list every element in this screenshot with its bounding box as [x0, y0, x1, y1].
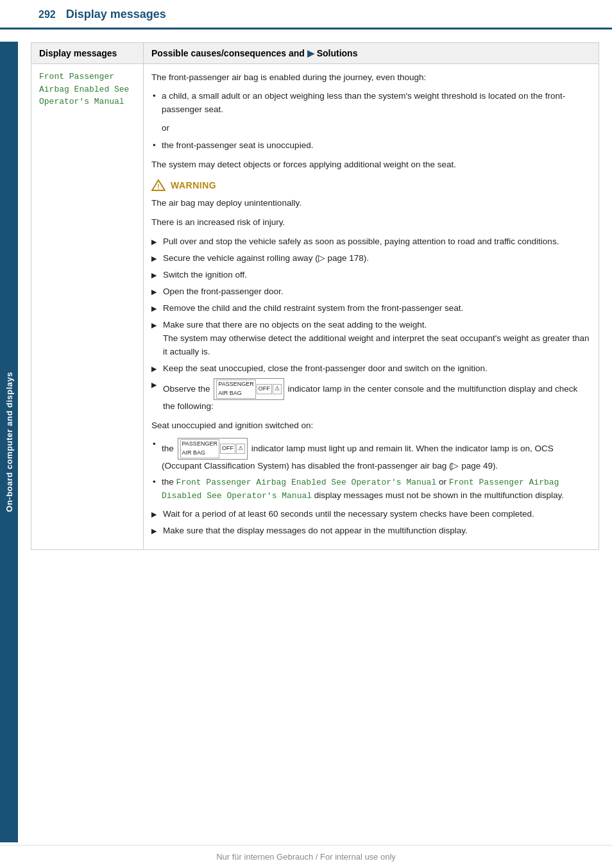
seat-bullet-2: the Front Passenger Airbag Enabled See O…	[151, 476, 591, 503]
indicator-badge-2: PASSENGERAIR BAG OFF ⚠	[178, 438, 248, 460]
warning-label: WARNING	[171, 178, 216, 192]
final-arrow-1: Wait for a period of at least 60 seconds…	[151, 508, 591, 521]
arrow-item-3: Switch the ignition off.	[151, 269, 591, 282]
main-content: Display messages Possible causes/consequ…	[18, 29, 612, 563]
intro-text: The front-passenger air bag is enabled d…	[151, 71, 591, 85]
col2-header: Possible causes/consequences and ▶ Solut…	[144, 43, 599, 64]
table-row: Front Passenger Airbag Enabled See Opera…	[31, 64, 599, 550]
arrow-item-5: Remove the child and the child restraint…	[151, 302, 591, 315]
final-arrow-2: Make sure that the display messages do n…	[151, 524, 591, 538]
arrow-item-4: Open the front-passenger door.	[151, 285, 591, 299]
bullet-item-1: a child, a small adult or an object weig…	[151, 90, 591, 117]
content-table: Display messages Possible causes/consequ…	[31, 42, 599, 550]
indicator-badge-1: PASSENGERAIR BAG OFF ⚠	[214, 378, 284, 400]
col1-header: Display messages	[31, 43, 144, 64]
arrow-item-1: Pull over and stop the vehicle safely as…	[151, 235, 591, 249]
seat-bullet-list: the PASSENGERAIR BAG OFF ⚠ indicator lam…	[151, 438, 591, 503]
arrow-item-2: Secure the vehicle against rolling away …	[151, 252, 591, 265]
arrow-item-8: Observe the PASSENGERAIR BAG OFF ⚠ indic…	[151, 378, 591, 413]
display-message-cell: Front Passenger Airbag Enabled See Opera…	[31, 64, 144, 550]
sidebar: On-board computer and displays	[0, 42, 18, 842]
header-bar: 292 Display messages	[0, 0, 612, 29]
footer: Nur für internen Gebrauch / For internal…	[0, 845, 612, 868]
arrow-item-7: Keep the seat unoccupied, close the fron…	[151, 362, 591, 376]
badge-icon: ⚠	[273, 384, 282, 394]
badge-passenger: PASSENGERAIR BAG	[216, 380, 255, 399]
footer-text: Nur für internen Gebrauch / For internal…	[216, 852, 396, 862]
warning-line-1: The air bag may deploy unintentionally.	[151, 196, 591, 210]
final-arrow-list: Wait for a period of at least 60 seconds…	[151, 508, 591, 538]
svg-text:!: !	[157, 183, 159, 190]
followup-text: The system may detect objects or forces …	[151, 158, 591, 172]
arrow-item-6: Make sure that there are no objects on t…	[151, 319, 591, 359]
badge-off-2: OFF	[220, 444, 235, 454]
badge-icon-2: ⚠	[236, 444, 245, 454]
badge-passenger-2: PASSENGERAIR BAG	[180, 439, 219, 458]
arrow-list: Pull over and stop the vehicle safely as…	[151, 235, 591, 413]
bullet-item-2: the front-passenger seat is unoccupied.	[151, 139, 591, 153]
or-separator: or	[162, 121, 591, 135]
warning-triangle-icon: !	[151, 179, 166, 192]
display-message-text: Front Passenger Airbag Enabled See Opera…	[39, 71, 135, 108]
page-number: 292	[38, 9, 56, 21]
warning-block: ! WARNING The air bag may deploy uninten…	[151, 178, 591, 230]
header-title: Display messages	[66, 8, 166, 21]
warning-line-2: There is an increased risk of injury.	[151, 215, 591, 230]
badge-off: OFF	[257, 384, 272, 394]
causes-cell: The front-passenger air bag is enabled d…	[144, 64, 599, 550]
bullet-list-2: the front-passenger seat is unoccupied.	[151, 139, 591, 153]
seat-unoccupied-label: Seat unoccupied and ignition switched on…	[151, 419, 591, 433]
intro-bullet-list: a child, a small adult or an object weig…	[151, 90, 591, 117]
inline-msg-1: Front Passenger Airbag Enabled See Opera…	[176, 478, 437, 487]
warning-header: ! WARNING	[151, 178, 591, 192]
sidebar-label: On-board computer and displays	[4, 372, 14, 512]
content-body: The front-passenger air bag is enabled d…	[151, 71, 591, 538]
solutions-arrow: ▶	[307, 48, 317, 58]
seat-bullet-1: the PASSENGERAIR BAG OFF ⚠ indicator lam…	[151, 438, 591, 473]
